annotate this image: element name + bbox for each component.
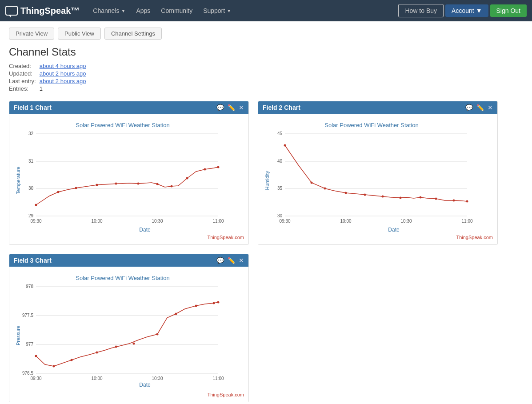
channel-settings-button[interactable]: Channel Settings [104, 28, 162, 40]
svg-text:45: 45 [277, 131, 283, 136]
svg-text:978: 978 [26, 284, 33, 289]
sign-out-button[interactable]: Sign Out [490, 4, 527, 17]
updated-label: Updated: [9, 70, 36, 77]
field2-edit-icon[interactable]: ✏️ [476, 104, 484, 111]
field2-svg: Solar Powered WiFi Weather Station Humid… [263, 118, 480, 234]
field1-comment-icon[interactable]: 💬 [216, 104, 224, 111]
svg-text:977: 977 [26, 342, 33, 347]
brand-logo[interactable]: ThingSpeak™ [5, 6, 80, 16]
field2-chart-title: Field 2 Chart [263, 104, 300, 111]
field3-point [71, 359, 73, 361]
private-view-button[interactable]: Private View [9, 28, 54, 40]
field2-y-label: Humidity [264, 171, 270, 190]
field2-point [311, 182, 313, 184]
svg-text:09:30: 09:30 [30, 219, 41, 224]
field3-point [217, 301, 220, 304]
brand-icon [5, 6, 18, 16]
field2-point [284, 144, 286, 147]
field3-comment-icon[interactable]: 💬 [216, 257, 224, 264]
last-entry-value[interactable]: about 2 hours ago [40, 78, 523, 84]
channels-caret: ▼ [121, 8, 126, 13]
field1-watermark[interactable]: ThingSpeak.com [14, 235, 244, 240]
support-caret: ▼ [227, 8, 231, 13]
svg-text:10:00: 10:00 [91, 219, 102, 224]
field3-point [115, 346, 117, 348]
nav-right: How to Buy Account ▼ Sign Out [398, 4, 527, 17]
account-button[interactable]: Account ▼ [445, 4, 488, 17]
field1-point [171, 185, 173, 188]
svg-text:10:00: 10:00 [340, 219, 351, 224]
field3-edit-icon[interactable]: ✏️ [228, 257, 235, 264]
field2-point [382, 196, 384, 198]
svg-text:11:00: 11:00 [212, 219, 224, 224]
field3-y-label: Pressure [16, 326, 21, 345]
field3-point [53, 365, 55, 368]
field3-svg-title: Solar Powered WiFi Weather Station [76, 275, 169, 281]
field2-chart-header: Field 2 Chart 💬 ✏️ ✕ [258, 101, 497, 114]
field2-watermark[interactable]: ThingSpeak.com [263, 235, 493, 240]
nav-apps[interactable]: Apps [132, 4, 155, 17]
field1-point [57, 191, 60, 193]
field3-svg: Solar Powered WiFi Weather Station Press… [14, 271, 232, 391]
field3-point [175, 313, 177, 315]
svg-text:09:30: 09:30 [30, 376, 41, 381]
field3-watermark[interactable]: ThingSpeak.com [14, 392, 244, 397]
field1-y-label: Temperature [16, 167, 21, 194]
svg-text:40: 40 [277, 159, 283, 164]
field1-edit-icon[interactable]: ✏️ [228, 104, 235, 111]
field1-svg-title: Solar Powered WiFi Weather Station [76, 122, 169, 128]
field1-point [156, 183, 159, 185]
svg-text:30: 30 [28, 186, 34, 191]
svg-text:10:30: 10:30 [152, 219, 163, 224]
field3-point [213, 302, 215, 304]
svg-text:11:00: 11:00 [212, 376, 224, 381]
field3-chart-title: Field 3 Chart [14, 257, 52, 264]
field2-comment-icon[interactable]: 💬 [465, 104, 473, 111]
field1-line [36, 167, 218, 205]
field3-line [36, 302, 218, 366]
field1-chart-header: Field 1 Chart 💬 ✏️ ✕ [9, 101, 248, 114]
svg-text:32: 32 [28, 131, 34, 136]
svg-text:10:00: 10:00 [91, 376, 102, 381]
field1-chart-card: Field 1 Chart 💬 ✏️ ✕ Solar Powered WiFi … [9, 101, 249, 245]
field2-line [285, 145, 467, 201]
public-view-button[interactable]: Public View [58, 28, 101, 40]
field1-point [204, 168, 206, 171]
field2-point [345, 192, 347, 194]
field1-close-icon[interactable]: ✕ [239, 104, 244, 111]
created-value[interactable]: about 4 hours ago [40, 63, 523, 69]
field2-point [420, 196, 422, 199]
nav-support[interactable]: Support ▼ [199, 4, 236, 17]
field3-x-label: Date [139, 382, 151, 388]
svg-text:35: 35 [277, 186, 283, 191]
charts-row-1: Field 1 Chart 💬 ✏️ ✕ Solar Powered WiFi … [9, 101, 523, 245]
field3-close-icon[interactable]: ✕ [239, 257, 244, 264]
account-caret: ▼ [476, 7, 482, 14]
field1-point [35, 204, 37, 206]
how-to-buy-button[interactable]: How to Buy [398, 4, 444, 17]
nav-links: Channels ▼ Apps Community Support ▼ [88, 4, 398, 17]
field3-point [195, 305, 197, 307]
svg-text:30: 30 [277, 213, 283, 218]
nav-channels[interactable]: Channels ▼ [88, 4, 130, 17]
field2-close-icon[interactable]: ✕ [488, 104, 493, 111]
stats-grid: Created: about 4 hours ago Updated: abou… [9, 63, 523, 92]
field3-point [156, 333, 159, 336]
field2-point [364, 194, 366, 196]
field1-chart-body: Solar Powered WiFi Weather Station Tempe… [9, 114, 248, 244]
updated-value[interactable]: about 2 hours ago [40, 70, 523, 77]
svg-text:09:30: 09:30 [279, 219, 290, 224]
field2-point [435, 198, 437, 200]
field3-chart-card: Field 3 Chart 💬 ✏️ ✕ Solar Powered WiFi … [9, 254, 249, 402]
field3-chart-body: Solar Powered WiFi Weather Station Press… [9, 267, 248, 402]
nav-community[interactable]: Community [156, 4, 197, 17]
field3-point [96, 352, 98, 354]
channel-stats-title: Channel Stats [9, 46, 523, 58]
field1-point [137, 183, 140, 185]
entries-label: Entries: [9, 85, 36, 92]
field1-chart-title: Field 1 Chart [14, 104, 52, 111]
field1-chart-icons: 💬 ✏️ ✕ [216, 104, 244, 111]
svg-text:31: 31 [28, 159, 34, 164]
field1-point [115, 183, 117, 185]
channel-stats: Channel Stats Created: about 4 hours ago… [9, 46, 523, 92]
